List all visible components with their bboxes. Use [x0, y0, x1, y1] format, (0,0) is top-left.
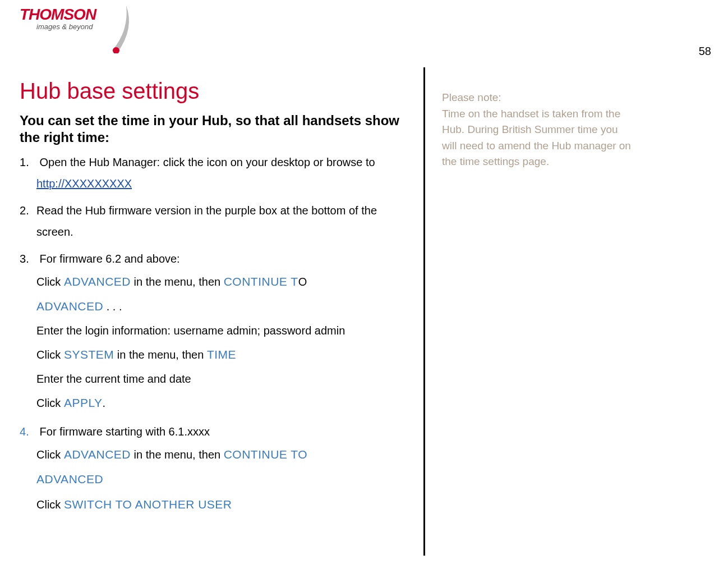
steps-list: Open the Hub Manager: click the icon on … [20, 152, 401, 517]
step-4-intro: For firmware starting with 6.1.xxxx [40, 425, 210, 438]
text: in the menu, then [131, 276, 224, 288]
continue-to-term: CONTINUE TO [224, 448, 307, 461]
text: Enter the current time and date [36, 373, 191, 385]
text: Click [36, 448, 64, 461]
subtitle: You can set the time in your Hub, so tha… [20, 112, 401, 146]
hub-manager-link[interactable]: http://XXXXXXXXX [36, 177, 132, 190]
logo-brand: THOMSON [20, 6, 96, 24]
time-term: TIME [207, 348, 236, 361]
step-3: For firmware 6.2 and above: Click ADVANC… [36, 248, 401, 415]
advanced-term: ADVANCED [64, 448, 131, 461]
step-1-text: Open the Hub Manager: click the icon on … [40, 156, 375, 168]
text: O [298, 276, 307, 288]
step-4-block: Click ADVANCED in the menu, then CONTINU… [36, 442, 401, 516]
step-1: Open the Hub Manager: click the icon on … [36, 152, 401, 194]
text: in the menu, then [131, 448, 224, 461]
step-3-intro: For firmware 6.2 and above: [40, 253, 180, 265]
logo-swoosh-icon [109, 3, 149, 53]
step-4: For firmware starting with 6.1.xxxx Clic… [36, 421, 401, 516]
logo-tagline: images & beyond [36, 22, 96, 31]
page-number: 58 [699, 45, 711, 58]
switch-user-term: SWITCH TO ANOTHER USER [64, 498, 232, 511]
thomson-logo: THOMSON images & beyond [20, 6, 96, 31]
text: . [103, 397, 106, 409]
step-2: Read the Hub firmware version in the pur… [36, 200, 401, 242]
step-3-block: Click ADVANCED in the menu, then CONTINU… [36, 269, 401, 415]
advanced-term: ADVANCED [64, 275, 131, 288]
advanced-term: ADVANCED [36, 473, 103, 485]
text: Click [36, 349, 64, 361]
text: . . . [103, 300, 122, 313]
text: Click [36, 276, 64, 288]
note-title: Please note: [442, 90, 633, 106]
text: Click [36, 397, 64, 409]
system-term: SYSTEM [64, 348, 114, 361]
text: Click [36, 498, 64, 511]
side-note-column: Please note: Time on the handset is take… [423, 67, 633, 556]
continue-to-term: CONTINUE T [224, 275, 298, 288]
text: Enter the login information: username ad… [36, 324, 345, 337]
note-body: Time on the handset is taken from the Hu… [442, 106, 633, 170]
text: in the menu, then [114, 349, 207, 361]
main-column: Hub base settings You can set the time i… [20, 67, 423, 556]
header: THOMSON images & beyond 58 [0, 0, 728, 56]
apply-term: APPLY [64, 396, 103, 409]
content: Hub base settings You can set the time i… [0, 67, 728, 556]
page-title: Hub base settings [20, 79, 401, 104]
advanced-term: ADVANCED [36, 300, 103, 313]
